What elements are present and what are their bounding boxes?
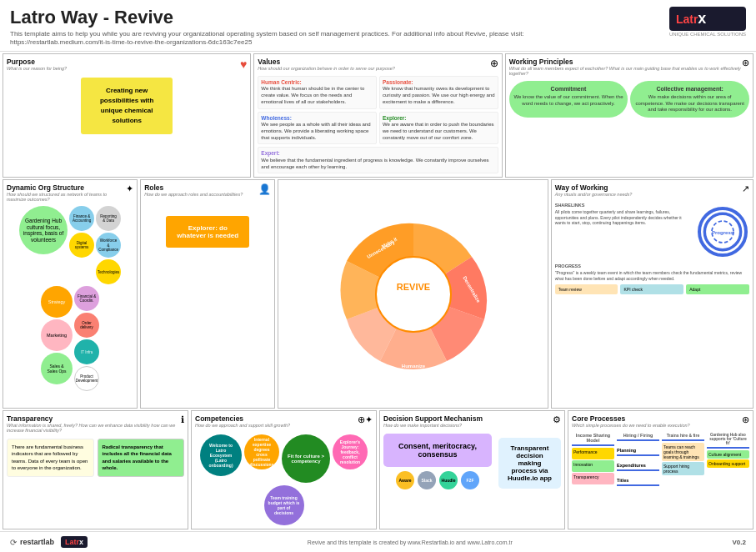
svg-point-0 <box>376 257 451 332</box>
org-bubble-strategy: Strategy <box>41 286 73 318</box>
row2: Dynamic Org Structure How should we stru… <box>0 178 756 410</box>
transp-title: Transparency <box>7 414 181 423</box>
decision-card-1: Consent, meritocracy, consensus <box>383 434 492 467</box>
core-sticky-trans: Transparency <box>572 473 614 484</box>
node-slack: Slack <box>418 471 436 489</box>
header: Latro Way - Revive This template aims to… <box>0 0 756 52</box>
comp-bubble-internal: Internal expertise degrees cross pollina… <box>244 434 279 469</box>
roles-title: Roles <box>144 183 243 192</box>
decision-question: How do we make important decisions? <box>383 423 483 428</box>
value-card-4: Explorer: We are aware that in order to … <box>379 112 498 145</box>
logo: Latrx <box>669 7 746 31</box>
purpose-question: What is our reason for being? <box>7 66 67 71</box>
revive-section: REVIVE Make it Unnecessary Decentralize … <box>278 179 548 409</box>
competencies-section: Competencies How do we approach and supp… <box>191 410 377 529</box>
value-card-3: Wholeness: We see people as a whole with… <box>258 112 377 145</box>
core-title: Core Processes <box>572 414 690 423</box>
working-principles-section: Working Principles What do all team memb… <box>505 53 753 178</box>
wp-question: What do all team members expect of eacho… <box>509 66 742 76</box>
value-card-5: Expert: We believe that the fundamental … <box>258 147 498 173</box>
value-card-1: Human Centric: We think that human shoul… <box>258 76 377 109</box>
content: Purpose What is our reason for being? ♥ … <box>0 52 756 531</box>
svg-text:Humanize: Humanize <box>401 364 425 369</box>
purpose-sticky: Creating new possibilities with unique c… <box>81 78 173 134</box>
revive-diagram: REVIVE Make it Unnecessary Decentralize … <box>330 211 497 378</box>
core-col-1: Income Sharing Model Performance Innovat… <box>572 433 614 488</box>
comp-icon: ⊕✦ <box>358 414 373 425</box>
core-col-3: Trains hire & fire Teams can reach goals… <box>662 433 704 488</box>
node-aware: Aware <box>396 471 414 489</box>
transp-card-2: Radical transparency that includes all t… <box>98 439 185 477</box>
core-icon: ⊛ <box>742 414 749 425</box>
restartlab-logo: ⟳ restartlab <box>10 538 54 547</box>
comp-title: Competencies <box>195 414 290 423</box>
comp-bubbles: Welcome to Latro Ecosystem (Latro onboar… <box>195 434 373 525</box>
transp-card-1: There are fundamental business indicator… <box>7 439 94 477</box>
logo-tagline: UNIQUE CHEMICAL SOLUTIONS <box>669 32 746 37</box>
wp-title: Working Principles <box>509 58 742 66</box>
comp-bubble-explorer: Explorer's Journey: feedback, conflict r… <box>333 434 368 469</box>
core-processes-section: Core Processes Which simple processes do… <box>568 410 753 529</box>
core-grid: Income Sharing Model Performance Innovat… <box>572 433 749 488</box>
node-f2f: F2F <box>461 471 479 489</box>
heart-icon: ♥ <box>240 58 247 71</box>
transparency-section: Transparency What information is shared,… <box>3 410 188 529</box>
wow-title: Way of Working <box>555 183 633 192</box>
revive-container: REVIVE Make it Unnecessary Decentralize … <box>287 188 538 399</box>
comp-bubble-latro: Welcome to Latro Ecosystem (Latro onboar… <box>200 434 242 476</box>
roles-person-icon: 👤 <box>258 183 271 195</box>
dynamic-org-section: Dynamic Org Structure How should we stru… <box>3 179 138 409</box>
page: Latro Way - Revive This template aims to… <box>0 0 756 552</box>
decision-icon: ⚙ <box>553 414 561 425</box>
comp-bubble-fit: Fit for culture > competency <box>282 434 330 483</box>
values-grid: Human Centric: We think that human shoul… <box>258 76 498 174</box>
org-bubble-marketing: Marketing <box>41 319 73 351</box>
explorer-sticky: Explorer: do whatever is needed <box>166 216 249 248</box>
transp-question: What information is shared, freely? How … <box>7 423 181 433</box>
decision-nodes: Aware Slack Huudle F2F <box>383 471 492 489</box>
decision-support-section: Decision Support Mechanism How do we mak… <box>379 410 565 529</box>
value-card-2: Passionate: We know that humanity owes i… <box>379 76 498 109</box>
roles-section: Roles How do we approach roles and accou… <box>140 179 275 409</box>
svg-text:Progress: Progress <box>711 231 733 236</box>
org-bubble-reporting: Reporting& Data <box>96 206 121 231</box>
progress-circle: Progress <box>698 207 748 257</box>
org-bubble-it: IT Infra <box>74 339 99 364</box>
footer-text: Revive and this template is created by w… <box>308 539 513 545</box>
org-question: How should we structured as network of t… <box>7 192 126 202</box>
values-icon: ⊕ <box>490 58 498 69</box>
core-col1-title: Income Sharing Model <box>572 433 614 446</box>
core-sticky-innov: Innovation <box>572 460 614 472</box>
row3: Transparency What information is shared,… <box>0 410 756 531</box>
roles-question: How do we approach roles and accountabil… <box>144 192 243 197</box>
wp-card-commitment: Commitment We know the value of our comm… <box>509 81 628 118</box>
node-huudle: Huudle <box>439 471 458 489</box>
footer-logos: ⟳ restartlab Latrx <box>10 536 88 548</box>
wp-icon: ⊛ <box>742 58 749 68</box>
decision-card-2: Transparent decision making process via … <box>498 438 561 489</box>
transp-icon: ℹ <box>181 414 184 425</box>
org-bubble-order: Orderdelivery <box>74 313 99 338</box>
org-bubble-gardening: Gardening Hubcultural focus,inspires, ba… <box>19 206 68 254</box>
decision-title: Decision Support Mechanism <box>383 414 483 423</box>
org-bubbles: Gardening Hubcultural focus,inspires, ba… <box>7 206 133 391</box>
values-section: Values How should our organization behav… <box>253 53 502 178</box>
header-left: Latro Way - Revive This template aims to… <box>10 7 593 48</box>
org-bubble-financial-coord: Financial &Coordin. <box>74 286 99 311</box>
org-bubble-workforce: Workforce &Compliance <box>96 233 121 258</box>
wp-card-collective: Collective management: We make decisions… <box>630 81 749 118</box>
latro-logo: Latrx <box>61 536 88 548</box>
page-title: Latro Way - Revive <box>10 7 593 28</box>
org-bubble-digital: Digitalsystems <box>69 233 94 258</box>
core-col4-title: Gardening Hub also supports for 'Culture… <box>707 433 749 449</box>
header-subtitle: This template aims to help you while you… <box>10 30 593 48</box>
core-col-2: Hiring / Firing Planning Expenditures Ti… <box>617 433 659 488</box>
purpose-section: Purpose What is our reason for being? ♥ … <box>3 53 251 178</box>
org-bubble-tech: Technologies <box>96 259 121 284</box>
core-col3-title: Trains hire & fire <box>662 433 704 441</box>
values-title: Values <box>258 58 395 66</box>
org-bubble-sales: Sales &Sales Ops <box>41 353 73 384</box>
footer: ⟳ restartlab Latrx Revive and this templ… <box>0 531 756 552</box>
way-of-working-section: Way of Working Any rituals and/or govern… <box>551 179 753 409</box>
org-bubble-finance: Finance &Accounting <box>69 206 94 231</box>
